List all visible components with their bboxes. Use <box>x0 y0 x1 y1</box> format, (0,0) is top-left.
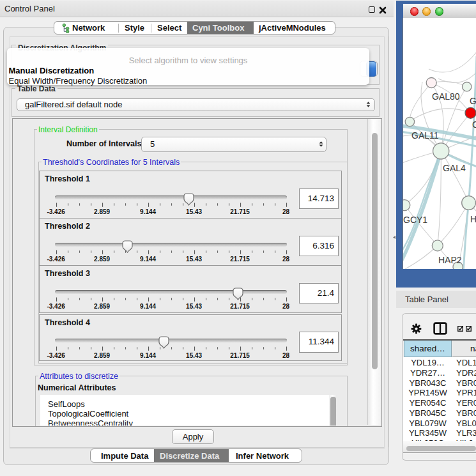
svg-text:GAL80: GAL80 <box>432 91 460 102</box>
svg-text:H: H <box>470 214 476 224</box>
svg-text:GCY1: GCY1 <box>403 215 427 225</box>
svg-text:G: G <box>472 119 476 130</box>
svg-text:GAL11: GAL11 <box>411 130 439 141</box>
svg-text:HAP2: HAP2 <box>438 255 462 265</box>
svg-text:GA: GA <box>470 96 476 106</box>
svg-text:GAL4: GAL4 <box>443 163 466 173</box>
